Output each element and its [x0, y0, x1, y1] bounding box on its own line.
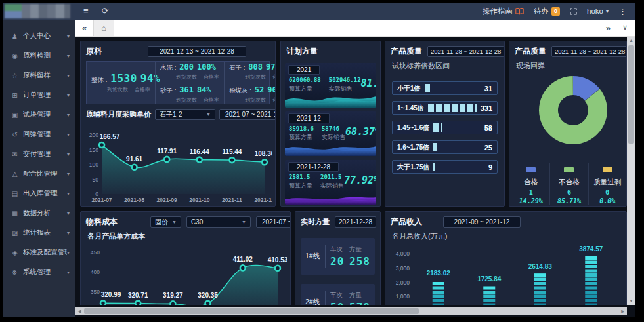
- guide-label: 操作指南: [483, 7, 513, 16]
- svg-text:116.44: 116.44: [190, 148, 209, 155]
- scroll-down-icon[interactable]: ▼: [627, 297, 635, 305]
- sidebar-collapse-icon[interactable]: ≡: [83, 3, 89, 20]
- chevron-down-icon: ▾: [606, 9, 609, 14]
- sidebar: ♟个人中心▾◉原料检测▾☆原料留样▾⊞订单管理▾▣试块管理▾↺回弹管理▾✉交付管…: [3, 20, 75, 317]
- stat-sand: 砂子 :36184% 到货次数合格率: [160, 85, 219, 104]
- price-date-range-picker[interactable]: 2021-07 ~ 2021-12: [219, 109, 276, 120]
- fullscreen-icon[interactable]: [570, 8, 577, 15]
- refresh-icon[interactable]: ⟳: [102, 3, 109, 20]
- sidebar-item-8[interactable]: ▤出入库管理▾: [3, 184, 75, 203]
- panel-title: 原料: [86, 46, 102, 57]
- sidebar-item-label: 统计报表: [23, 228, 51, 237]
- sidebar-item-label: 系统管理: [23, 268, 51, 277]
- sidebar-item-12[interactable]: ⚙系统管理▾: [3, 262, 75, 282]
- panel-title: 产品质量: [515, 46, 546, 57]
- chevron-down-icon: ▾: [67, 230, 70, 236]
- todo-button[interactable]: 待办 0: [534, 7, 560, 16]
- chevron-down-icon: ▾: [67, 112, 70, 118]
- revenue-date-range-picker[interactable]: 2021-09 ~ 2021-12: [443, 216, 521, 228]
- tabs-scroll-left-icon[interactable]: «: [82, 23, 87, 33]
- header-actions: 操作指南 待办 0 hoko ▾ ⋮: [483, 7, 635, 16]
- raw_price_line-svg: 0501001502002021-072021-082021-092021-10…: [83, 125, 272, 205]
- overall-label: 整体 :: [91, 76, 107, 85]
- panel-material-cost: 物料成本 固价▼ C30▼ 2021-07 ~ 2021-12 各月产品单方成本…: [80, 211, 291, 305]
- chevron-down-icon: ▾: [67, 191, 70, 197]
- svg-text:2183.02: 2183.02: [427, 270, 451, 277]
- legend-color-chip: [564, 167, 574, 172]
- revenue_bar-svg: 01,0002,0003,0004,0002183.022021-091725.…: [389, 241, 623, 305]
- warehouse-icon: ▤: [10, 190, 20, 197]
- sidebar-item-3[interactable]: ⊞订单管理▾: [3, 85, 75, 105]
- plan-period: 2021: [288, 65, 320, 75]
- rebound-date-range-picker[interactable]: 2021-11-28 ~ 2021-12-28: [551, 46, 627, 57]
- cost-subtitle: 各月产品单方成本: [81, 230, 290, 243]
- sidebar-item-4[interactable]: ▣试块管理▾: [3, 105, 75, 125]
- sidebar-item-label: 个人中心: [23, 31, 51, 41]
- quality-interval-row: 大于1.75倍9: [392, 160, 498, 174]
- panel-realtime-volume: 实时方量 2021-12-28 1#线 车次20 方量258 2#线 车次50 …: [295, 211, 381, 305]
- scroll-left-icon[interactable]: ◀: [75, 307, 83, 315]
- svg-text:320.35: 320.35: [198, 292, 218, 299]
- svg-text:50: 50: [93, 176, 99, 183]
- realtime-date-picker[interactable]: 2021-12-28: [335, 216, 376, 228]
- user-icon: ♟: [10, 33, 20, 40]
- cost_line-svg: 3003504004502021-072021-082021-092021-10…: [85, 242, 287, 305]
- sidebar-item-5[interactable]: ↺回弹管理▾: [3, 125, 75, 144]
- sidebar-item-label: 原料留样: [23, 71, 51, 80]
- raw-date-range-picker[interactable]: 2021-12-13 ~ 2021-12-28: [148, 46, 246, 57]
- stat-stone: 石子 :80897% 到货次数合格率: [229, 62, 276, 81]
- legend-color-chip: [526, 167, 536, 172]
- tabs-collapse-icon[interactable]: ∨: [622, 23, 628, 33]
- scroll-right-icon[interactable]: ▶: [619, 307, 627, 315]
- rebound_donut-svg: [524, 61, 622, 159]
- raw-price-line-chart: 0501001502002021-072021-082021-092021-10…: [83, 125, 272, 205]
- donut-legend: 合格114.29%不合格685.71%质量过剩00.0%: [512, 163, 626, 205]
- sidebar-item-0[interactable]: ♟个人中心▾: [3, 26, 75, 46]
- vertical-scrollbar[interactable]: ▲ ▼: [627, 37, 635, 305]
- panel-raw-material: 原料 2021-12-13 ~ 2021-12-28 整体 :153094% 到…: [80, 41, 276, 207]
- sidebar-item-6[interactable]: ✉交付管理▾: [3, 144, 75, 164]
- horizontal-scrollbar[interactable]: ◀ ▶: [75, 307, 627, 315]
- panel-product-revenue: 产品收入 2021-09 ~ 2021-12 各月总收入(万元) 01,0002…: [385, 211, 627, 305]
- sidebar-item-10[interactable]: ▨统计报表▾: [3, 223, 75, 243]
- quality-date-range-picker[interactable]: 2021-11-28 ~ 2021-12-28: [427, 46, 504, 57]
- chevron-down-icon: ▾: [67, 53, 70, 59]
- panel-title: 产品收入: [391, 216, 422, 228]
- sidebar-item-11[interactable]: ◈标准及配置管理▾: [3, 243, 75, 262]
- sidebar-item-2[interactable]: ☆原料留样▾: [3, 66, 75, 85]
- chevron-down-icon: ▾: [67, 151, 70, 157]
- svg-text:108.36: 108.36: [255, 150, 272, 157]
- scroll-up-icon[interactable]: ▲: [627, 37, 635, 45]
- svg-text:1725.84: 1725.84: [477, 275, 502, 283]
- svg-text:150: 150: [89, 147, 98, 153]
- svg-text:400: 400: [91, 269, 100, 275]
- sidebar-item-7[interactable]: △配合比管理▾: [3, 164, 75, 184]
- horizontal-scrollbar-thumb[interactable]: [84, 308, 419, 314]
- user-menu[interactable]: hoko ▾: [587, 7, 609, 15]
- panel-title: 产品质量: [391, 46, 422, 57]
- svg-text:1,000: 1,000: [396, 293, 410, 300]
- line2-card: 2#线 车次50 方量578: [301, 284, 375, 305]
- cost-date-range-picker[interactable]: 2021-07 ~ 2021-12: [256, 216, 291, 228]
- quality-subtitle: 试块标养倍数区间: [385, 60, 504, 72]
- todo-badge: 0: [551, 7, 560, 16]
- sample-icon: ☆: [10, 72, 20, 79]
- sidebar-item-1[interactable]: ◉原料检测▾: [3, 46, 75, 66]
- guide-button[interactable]: 操作指南: [483, 7, 524, 16]
- select-caret-icon: ▼: [206, 110, 211, 119]
- tab-home[interactable]: ⌂: [93, 20, 114, 36]
- kebab-menu-icon[interactable]: ⋮: [618, 7, 627, 16]
- grade-select[interactable]: C30▼: [186, 216, 251, 228]
- svg-text:117.91: 117.91: [157, 148, 177, 155]
- chevron-down-icon: ▾: [67, 33, 70, 39]
- svg-text:319.27: 319.27: [163, 292, 183, 299]
- price-chart-label: 原辅料月度采购单价: [86, 110, 151, 119]
- svg-text:2021-10: 2021-10: [189, 197, 209, 203]
- tabs-scroll-right-icon[interactable]: »: [606, 23, 611, 33]
- chevron-down-icon: ▾: [67, 211, 70, 216]
- material-select[interactable]: 石子1-2▼: [155, 109, 215, 120]
- vertical-scrollbar-thumb[interactable]: [628, 45, 634, 144]
- sidebar-item-9[interactable]: ▦数据分析▾: [3, 203, 75, 223]
- price-type-select[interactable]: 固价▼: [150, 216, 181, 228]
- rebound-donut-chart: [524, 61, 622, 159]
